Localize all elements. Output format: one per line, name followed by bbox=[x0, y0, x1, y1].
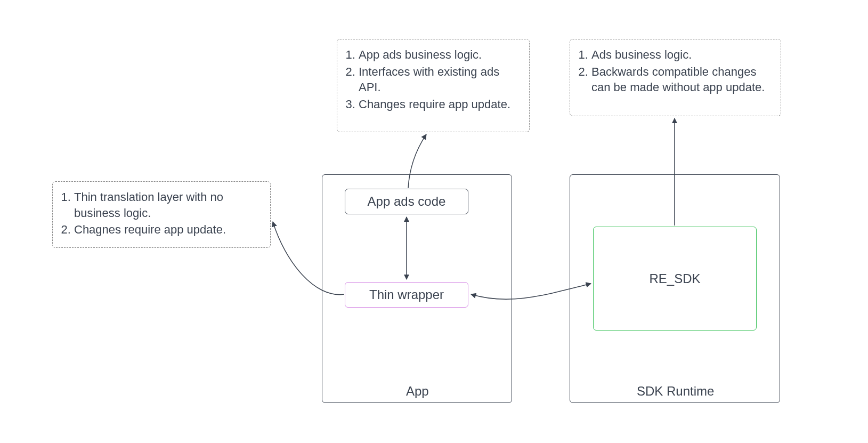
connector-wrapper-to-annotation bbox=[273, 222, 344, 295]
connector-wrapper-to-resdk bbox=[471, 284, 591, 299]
connectors bbox=[0, 0, 868, 443]
connector-ads-to-annotation bbox=[408, 134, 426, 188]
diagram-canvas: Thin translation layer with no business … bbox=[0, 0, 868, 443]
